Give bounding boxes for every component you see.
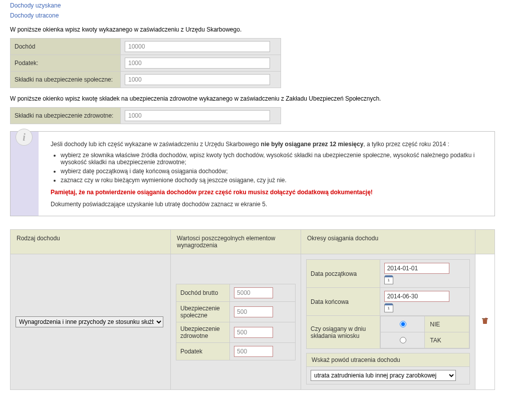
label-dochod: Dochód [11,39,121,55]
input-podatek2[interactable] [234,346,273,357]
info-bullet: zaznacz czy w roku bieżącym wymienione d… [61,177,486,184]
input-dochod-brutto[interactable] [234,287,273,298]
cell-rodzaj: Wynagrodzenia i inne przychody ze stosun… [11,254,171,390]
label-skladki-zdrowotne: Składki na ubezpieczenie zdrowotne: [11,108,121,124]
label-powod: Wskaż powód utracenia dochodu [306,353,470,366]
form-health: Składki na ubezpieczenie zdrowotne: [10,107,281,124]
radio-tak[interactable] [400,337,406,343]
input-skladki-zdrowotne[interactable] [125,110,270,121]
label-skladki-spoleczne: Składki na ubezpieczenie społeczne: [11,72,121,88]
delete-row-icon[interactable] [480,316,489,327]
info-bullets: wybierz ze słownika właściwe źródła doch… [61,152,486,184]
info-intro-before: Jeśli dochody lub ich część wykazane w z… [51,141,261,148]
link-dochody-utracone[interactable]: Dochody utracone [10,12,495,19]
input-ubezp-spoleczne[interactable] [234,306,273,317]
label-data-pocz: Data początkowa [307,260,380,288]
info-intro: Jeśli dochody lub ich część wykazane w z… [51,141,486,148]
info-intro-after: , a tylko przez część roku 2014 : [363,141,449,148]
col-header-wartosci: Wartosci poszczegolnych elementow wynagr… [171,230,301,254]
label-podatek: Podatek: [11,55,121,72]
cell-wartosci: Dochód brutto Ubezpieczenie społeczne Ub… [171,254,301,390]
label-nie: NIE [425,316,469,332]
input-data-koncowa[interactable] [384,291,449,302]
label-czy-osiagany: Czy osiągany w dniu składania wniosku [307,316,380,349]
label-dochod-brutto: Dochód brutto [176,284,230,301]
input-ubezp-zdrowotne[interactable] [234,327,273,338]
info-bullet: wybierz ze słownika właściwe źródła doch… [61,152,486,166]
label-ubezp-spoleczne: Ubezpieczenie społeczne [176,301,230,322]
info-box: i Jeśli dochody lub ich część wykazane w… [10,131,495,216]
cell-okresy: Data początkowa 1 Data końcowa 1 Czy osi… [301,254,475,390]
input-data-poczatkowa[interactable] [384,263,449,274]
select-rodzaj-dochodu[interactable]: Wynagrodzenia i inne przychody ze stosun… [16,316,163,327]
income-detail-table: Rodzaj dochodu Wartosci poszczegolnych e… [10,229,495,390]
label-ubezp-zdrowotne: Ubezpieczenie zdrowotne [176,322,230,342]
calendar-icon[interactable]: 1 [384,276,393,284]
calendar-icon[interactable]: 1 [384,304,393,312]
label-data-konc: Data końcowa [307,288,380,316]
info-intro-bold: nie były osiągane przez 12 miesięcy [261,141,364,148]
label-podatek2: Podatek [176,342,230,360]
svg-rect-0 [482,318,488,319]
info-footer: Dokumenty poświadczające uzyskanie lub u… [51,201,486,208]
label-tak: TAK [425,332,469,348]
info-icon: i [16,129,33,146]
form-income-tax: Dochód Podatek: Składki na ubezpieczenie… [10,38,281,88]
select-powod-utraty[interactable]: utrata zatrudnienia lub innej pracy zaro… [311,370,456,381]
info-warning: Pamiętaj, że na potwierdzenie osiągania … [51,189,486,196]
info-bullet: wybierz datę początkową i datę końcową o… [61,168,486,175]
col-header-okresy: Okresy osiągania dochodu [301,230,475,254]
radio-nie[interactable] [400,321,406,327]
col-header-rodzaj: Rodzaj dochodu [11,230,171,254]
instruction-2: W poniższe okienko wpisz kwotę składek n… [10,95,495,102]
input-podatek[interactable] [125,58,270,69]
input-dochod[interactable] [125,41,270,52]
link-dochody-uzyskane[interactable]: Dochody uzyskane [10,2,495,9]
instruction-1: W poniższe okienka wpisz kwoty wykazaneg… [10,26,495,33]
input-skladki-spoleczne[interactable] [125,74,270,85]
